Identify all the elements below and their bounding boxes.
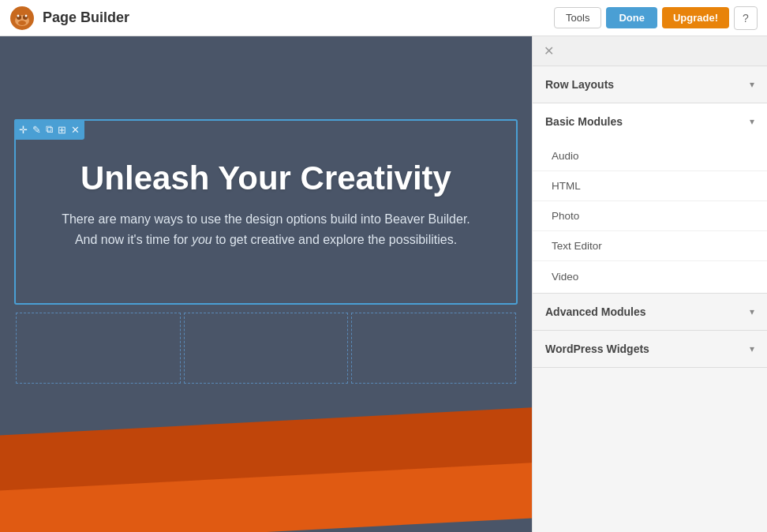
move-icon[interactable]: ✛ [19, 124, 28, 136]
svg-point-6 [25, 14, 28, 17]
hero-title: Unleash Your Creativity [47, 160, 485, 197]
module-item-html[interactable]: HTML [533, 171, 767, 201]
edit-icon[interactable]: ✎ [32, 124, 41, 136]
layout-icon[interactable]: ⊞ [58, 124, 66, 136]
bottom-decoration [0, 429, 532, 532]
hero-content: Unleash Your Creativity There are many w… [16, 144, 516, 265]
sidebar-close-bar: ✕ [533, 36, 767, 66]
column-placeholder-1[interactable] [16, 313, 181, 384]
row-toolbar: ✛ ✎ ⧉ ⊞ ✕ [14, 119, 84, 140]
header-actions: Tools Done Upgrade! ? [554, 6, 758, 30]
section-wordpress-widgets-header[interactable]: WordPress Widgets ▾ [533, 331, 767, 367]
module-text-editor-label: Text Editor [552, 240, 602, 252]
section-row-layouts-label: Row Layouts [545, 78, 614, 91]
module-item-text-editor[interactable]: Text Editor [533, 231, 767, 261]
module-item-video[interactable]: Video [533, 261, 767, 291]
module-photo-label: Photo [552, 210, 579, 222]
sidebar-close-icon[interactable]: ✕ [544, 43, 554, 58]
section-advanced-modules-header[interactable]: Advanced Modules ▾ [533, 294, 767, 330]
section-row-layouts: Row Layouts ▾ [533, 66, 767, 103]
chevron-down-icon-advanced: ▾ [750, 306, 754, 317]
help-button[interactable]: ? [734, 6, 758, 30]
section-basic-modules: Basic Modules ▾ Audio HTML Photo Text Ed… [533, 103, 767, 294]
section-basic-modules-header[interactable]: Basic Modules ▾ [533, 103, 767, 140]
selected-row[interactable]: ✛ ✎ ⧉ ⊞ ✕ Unleash Your Creativity There … [14, 119, 518, 305]
section-wordpress-widgets: WordPress Widgets ▾ [533, 331, 767, 368]
hero-subtitle: There are many ways to use the design op… [53, 209, 479, 249]
module-item-photo[interactable]: Photo [533, 201, 767, 231]
column-placeholder-2[interactable] [184, 313, 349, 384]
module-video-label: Video [552, 271, 578, 283]
svg-point-5 [17, 14, 20, 17]
upgrade-button[interactable]: Upgrade! [662, 7, 729, 28]
done-button[interactable]: Done [606, 7, 657, 28]
section-wordpress-widgets-label: WordPress Widgets [545, 343, 649, 355]
section-row-layouts-header[interactable]: Row Layouts ▾ [533, 66, 767, 103]
app-header: Page Builder Tools Done Upgrade! ? [0, 0, 767, 36]
chevron-down-icon-widgets: ▾ [750, 343, 754, 354]
section-basic-modules-label: Basic Modules [545, 115, 623, 128]
svg-point-4 [18, 21, 26, 25]
tools-button[interactable]: Tools [554, 7, 601, 28]
sidebar-panel: ✕ Row Layouts ▾ Basic Modules ▾ Audio HT… [532, 36, 767, 532]
app-logo [9, 6, 35, 31]
chevron-down-icon: ▾ [750, 79, 754, 90]
main-layout: ✛ ✎ ⧉ ⊞ ✕ Unleash Your Creativity There … [0, 36, 767, 532]
column-placeholder-3[interactable] [351, 313, 516, 384]
page-canvas: ✛ ✎ ⧉ ⊞ ✕ Unleash Your Creativity There … [0, 36, 532, 532]
section-advanced-modules-label: Advanced Modules [545, 305, 646, 318]
duplicate-icon[interactable]: ⧉ [46, 123, 53, 136]
basic-modules-list: Audio HTML Photo Text Editor Video [533, 140, 767, 293]
module-audio-label: Audio [552, 150, 579, 162]
chevron-up-icon: ▾ [750, 116, 754, 127]
section-advanced-modules: Advanced Modules ▾ [533, 294, 767, 331]
close-row-icon[interactable]: ✕ [71, 124, 80, 136]
app-title: Page Builder [43, 9, 546, 26]
three-column-row [14, 313, 518, 384]
module-html-label: HTML [552, 180, 581, 192]
module-item-audio[interactable]: Audio [533, 141, 767, 171]
